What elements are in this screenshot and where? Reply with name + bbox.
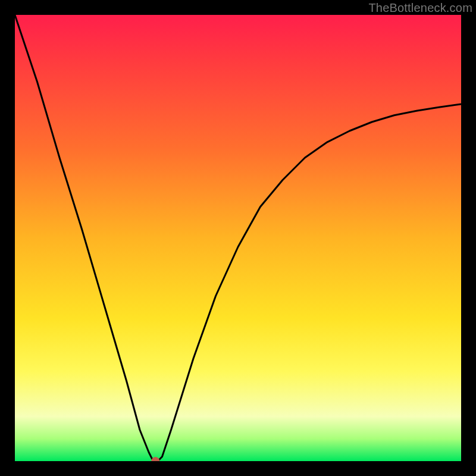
chart-container: TheBottleneck.com [0, 0, 476, 476]
optimal-point-marker [151, 457, 159, 461]
bottleneck-curve [15, 15, 461, 461]
attribution-label: TheBottleneck.com [368, 1, 472, 15]
plot-area [15, 15, 461, 461]
